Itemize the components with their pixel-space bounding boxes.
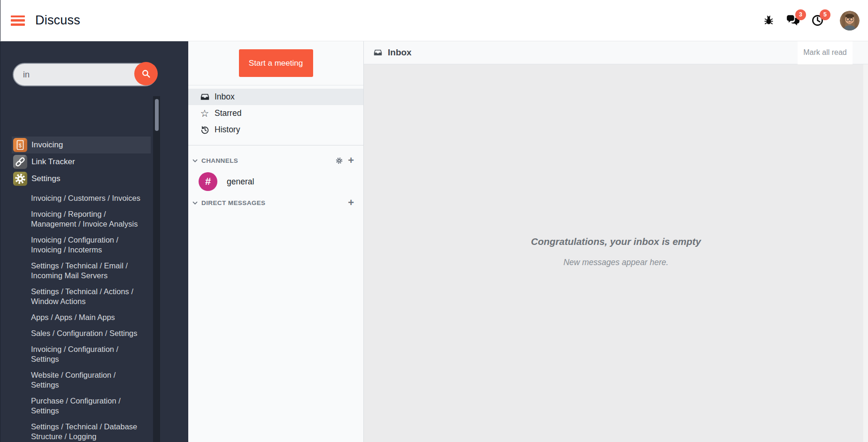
invoicing-app-icon: $	[13, 138, 27, 152]
direct-messages-section-header: DIRECT MESSAGES +	[188, 197, 363, 209]
meeting-block: Start a meeting	[188, 41, 363, 85]
menu-path-item[interactable]: Settings / Technical / Actions / Window …	[31, 287, 143, 306]
add-direct-message-icon[interactable]: +	[348, 198, 354, 207]
channel-item-general[interactable]: # general	[188, 170, 363, 193]
channels-section-header: CHANNELS +	[188, 154, 363, 167]
thread-content: Inbox Mark all read Congratulations, you…	[364, 41, 868, 442]
empty-state-subtitle: New messages appear here.	[364, 258, 868, 267]
mailbox-history[interactable]: History	[188, 122, 363, 138]
menu-path-item[interactable]: Settings / Technical / Database Structur…	[31, 422, 143, 442]
svg-text:$: $	[19, 143, 22, 148]
menu-path-item[interactable]: Invoicing / Customers / Invoices	[31, 193, 143, 203]
messages-count-badge: 3	[795, 9, 806, 20]
menu-path-item[interactable]: Invoicing / Configuration / Invoicing / …	[31, 235, 143, 255]
apps-menu-icon[interactable]	[11, 15, 25, 26]
star-icon: ☆	[200, 109, 209, 118]
chevron-down-icon[interactable]	[192, 159, 198, 162]
app-title[interactable]: Discuss	[35, 13, 80, 28]
sidebar-search	[13, 63, 157, 86]
sidebar-scrollbar-track[interactable]	[153, 96, 160, 442]
start-meeting-button[interactable]: Start a meeting	[239, 49, 313, 77]
add-channel-icon[interactable]: +	[348, 156, 354, 165]
menu-path-item[interactable]: Settings / Technical / Email / Incoming …	[31, 261, 143, 281]
inbox-icon	[374, 48, 382, 57]
chevron-down-icon[interactable]	[192, 201, 198, 205]
mailbox-label: Inbox	[215, 92, 235, 102]
menu-path-item[interactable]: Invoicing / Reporting / Management / Inv…	[31, 209, 143, 229]
sidebar-item-settings[interactable]: Settings	[12, 170, 151, 187]
link-tracker-app-icon	[13, 155, 27, 169]
mailboxes-list: Inbox ☆ Starred History	[188, 89, 363, 145]
sidebar-item-label: Link Tracker	[31, 157, 75, 167]
channel-name: general	[227, 177, 254, 187]
menu-path-item[interactable]: Website / Configuration / Settings	[31, 370, 143, 390]
mailbox-label: Starred	[215, 108, 241, 118]
menu-path-item[interactable]: Invoicing / Configuration / Settings	[31, 344, 143, 364]
content-scrollbar-track[interactable]	[863, 64, 868, 442]
mark-all-read-button[interactable]: Mark all read	[798, 41, 853, 64]
search-icon	[141, 69, 151, 79]
thread-title: Inbox	[388, 47, 412, 58]
mailbox-starred[interactable]: ☆ Starred	[188, 105, 363, 122]
discuss-sidebar-panel: Start a meeting Inbox ☆ Starred	[188, 41, 364, 442]
menu-path-item[interactable]: Purchase / Configuration / Settings	[31, 396, 143, 416]
user-avatar[interactable]	[840, 11, 860, 30]
topbar-right: 3 5	[758, 10, 860, 31]
discuss-app: Discuss 3	[0, 0, 868, 442]
menu-path-item[interactable]: Sales / Configuration / Settings	[31, 328, 143, 338]
sidebar-item-label: Invoicing	[31, 140, 63, 150]
inbox-icon	[200, 92, 209, 102]
search-button[interactable]	[134, 62, 158, 85]
apps-sidebar: $ Invoicing Link Tracker	[0, 41, 188, 442]
sidebar-item-invoicing[interactable]: $ Invoicing	[12, 137, 151, 153]
mailbox-inbox[interactable]: Inbox	[188, 89, 363, 105]
sidebar-scrollbar-thumb[interactable]	[155, 99, 159, 131]
channel-hash-icon: #	[199, 172, 217, 191]
debug-bug-icon[interactable]	[758, 10, 779, 31]
empty-state-title: Congratulations, your inbox is empty	[364, 236, 868, 247]
thread-header: Inbox Mark all read	[364, 41, 868, 64]
direct-messages-section-title: DIRECT MESSAGES	[201, 199, 266, 206]
empty-inbox-state: Congratulations, your inbox is empty New…	[364, 236, 868, 267]
messages-icon[interactable]: 3	[783, 10, 803, 31]
channels-section-title: CHANNELS	[201, 157, 238, 164]
history-icon	[200, 125, 209, 135]
sidebar-item-link-tracker[interactable]: Link Tracker	[12, 153, 151, 170]
sidebar-results-list: $ Invoicing Link Tracker	[0, 137, 152, 442]
activities-count-badge: 5	[820, 9, 830, 20]
settings-app-icon	[13, 172, 27, 186]
top-navbar: Discuss 3	[0, 0, 868, 41]
channel-settings-gear-icon[interactable]	[335, 157, 343, 165]
menu-path-item[interactable]: Apps / Apps / Main Apps	[31, 312, 143, 322]
mailbox-label: History	[215, 125, 240, 135]
activities-clock-icon[interactable]: 5	[807, 10, 828, 31]
sidebar-item-label: Settings	[31, 174, 60, 183]
